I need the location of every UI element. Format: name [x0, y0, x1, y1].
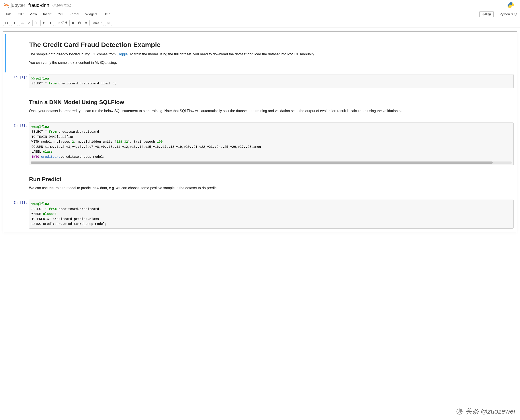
menu-insert[interactable]: Insert: [40, 10, 54, 18]
code-cell[interactable]: In [1]: %%sqlflow SELECT * from creditca…: [5, 121, 515, 167]
move-group: [40, 20, 54, 26]
cell-body: The Credit Card Fraud Detection Example …: [29, 36, 515, 71]
stop-icon: [71, 22, 74, 24]
menu-widgets[interactable]: Widgets: [82, 10, 100, 18]
paste-button[interactable]: [32, 20, 39, 26]
menu-help[interactable]: Help: [100, 10, 114, 18]
paragraph: We can use the trained model to predict …: [29, 185, 514, 191]
fast-forward-icon: [85, 22, 88, 24]
copy-button[interactable]: [26, 20, 32, 26]
python-icon: [507, 2, 514, 9]
notebook-container: The Credit Card Fraud Detection Example …: [0, 28, 520, 237]
move-down-button[interactable]: [47, 20, 54, 26]
jupyter-logo[interactable]: jupyter: [4, 2, 25, 8]
cell-prompt: [5, 91, 29, 120]
cell-prompt: In [1]:: [5, 200, 29, 228]
svg-rect-10: [107, 22, 108, 22]
plus-icon: [13, 22, 16, 24]
cell-prompt: [5, 168, 29, 196]
add-cell-button[interactable]: [11, 20, 18, 26]
heading-2: Run Predict: [29, 176, 514, 183]
menu-file[interactable]: File: [3, 10, 15, 18]
notebook[interactable]: The Credit Card Fraud Detection Example …: [3, 31, 517, 233]
run-group: 运行: [55, 20, 90, 26]
move-up-button[interactable]: [40, 20, 47, 26]
trusted-indicator[interactable]: 不可信: [479, 11, 494, 17]
menu-edit[interactable]: Edit: [15, 10, 27, 18]
svg-rect-6: [35, 22, 37, 24]
jupyter-label: jupyter: [11, 2, 25, 8]
paste-icon: [34, 22, 37, 24]
code-cell[interactable]: In [1]: %%sqlflow SELECT * from creditca…: [5, 198, 515, 230]
code-cell[interactable]: In [1]: %%sqlflow SELECT * from creditca…: [5, 73, 515, 90]
menu-cell[interactable]: Cell: [54, 10, 67, 18]
jupyter-icon: [4, 2, 9, 8]
cut-button[interactable]: [19, 20, 26, 26]
cell-prompt: In [1]:: [5, 122, 29, 165]
kernel-status-icon: [514, 13, 517, 15]
run-button[interactable]: 运行: [55, 20, 69, 26]
edit-group: [19, 20, 39, 26]
arrow-down-icon: [49, 22, 52, 24]
save-button[interactable]: [3, 20, 10, 26]
paragraph: Once your dataset is prepared, you can r…: [29, 108, 514, 114]
paragraph: You can verify the sample data content i…: [29, 60, 514, 65]
menu-kernel[interactable]: Kernel: [67, 10, 82, 18]
heading-2: Train a DNN Model Using SQLFlow: [29, 99, 514, 106]
run-label: 运行: [61, 21, 67, 25]
cell-prompt: In [1]:: [5, 74, 29, 88]
code-input[interactable]: %%sqlflow SELECT * from creditcard.credi…: [29, 122, 513, 165]
header: jupyter fraud-dnn (未保存改变): [0, 0, 520, 10]
markdown-cell[interactable]: Train a DNN Model Using SQLFlow Once you…: [5, 90, 515, 121]
run-icon: [57, 22, 60, 24]
svg-rect-9: [107, 22, 110, 24]
horizontal-scrollbar[interactable]: [31, 161, 512, 164]
code-input[interactable]: %%sqlflow SELECT * from creditcard.credi…: [29, 74, 513, 88]
cell-prompt: [6, 36, 29, 71]
toolbar: 运行 标记: [0, 18, 520, 28]
fast-forward-button[interactable]: [83, 20, 90, 26]
interrupt-button[interactable]: [69, 20, 76, 26]
keyboard-icon: [107, 22, 110, 24]
svg-rect-13: [108, 23, 109, 23]
code-input[interactable]: %%sqlflow SELECT * from creditcard.credi…: [29, 200, 513, 228]
menu-view[interactable]: View: [27, 10, 40, 18]
cell-type-select[interactable]: 标记: [91, 20, 104, 26]
notebook-name[interactable]: fraud-dnn: [28, 2, 49, 8]
command-palette-button[interactable]: [105, 20, 112, 26]
svg-rect-11: [108, 22, 109, 22]
svg-point-1: [8, 7, 9, 8]
arrow-up-icon: [42, 22, 45, 24]
copy-icon: [28, 22, 31, 24]
menubar: File Edit View Insert Cell Kernel Widget…: [0, 10, 520, 18]
svg-rect-12: [109, 22, 109, 22]
markdown-cell[interactable]: Run Predict We can use the trained model…: [5, 167, 515, 198]
svg-rect-5: [29, 22, 30, 24]
paragraph: The sample data already loaded in MySQL …: [29, 52, 514, 57]
svg-rect-7: [35, 22, 36, 22]
svg-point-3: [511, 7, 512, 8]
save-icon: [5, 22, 8, 24]
svg-point-2: [510, 3, 510, 4]
heading-1: The Credit Card Fraud Detection Example: [29, 41, 514, 49]
scrollbar-thumb[interactable]: [31, 161, 493, 164]
save-status: (未保存改变): [52, 3, 71, 8]
restart-icon: [78, 22, 81, 24]
restart-button[interactable]: [76, 20, 83, 26]
cut-icon: [21, 22, 24, 24]
svg-rect-8: [72, 22, 74, 24]
kernel-name[interactable]: Python 3: [497, 12, 513, 16]
svg-point-0: [4, 3, 5, 4]
markdown-cell[interactable]: The Credit Card Fraud Detection Example …: [5, 34, 515, 72]
kaggle-link[interactable]: Kaggle: [117, 52, 128, 56]
